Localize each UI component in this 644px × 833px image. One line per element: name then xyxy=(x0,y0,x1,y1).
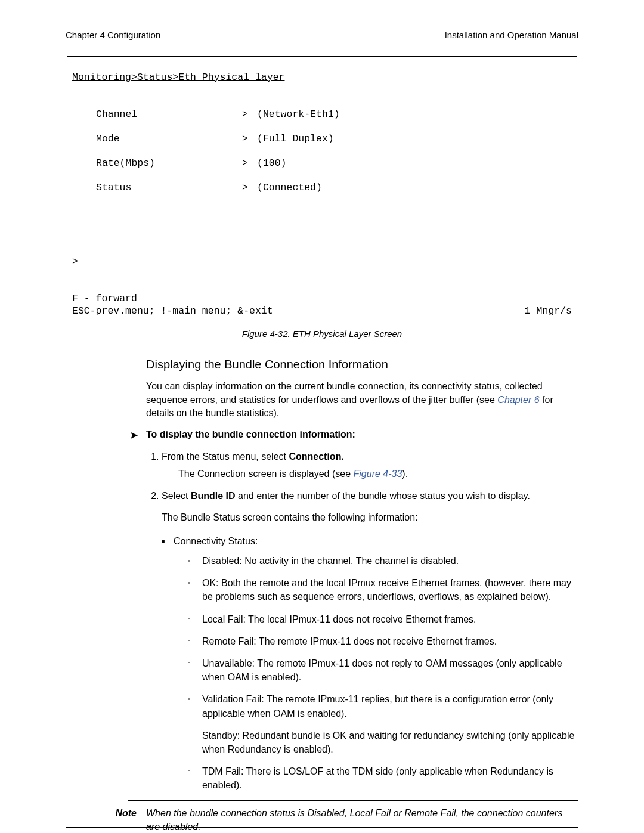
terminal-label: Channel xyxy=(72,109,233,121)
terminal-prompt-marker: > xyxy=(72,256,78,267)
figure-4-33-link[interactable]: Figure 4-33 xyxy=(354,469,402,479)
list-item: TDM Fail: There is LOS/LOF at the TDM si… xyxy=(188,764,578,792)
connectivity-status-item: Connectivity Status: Disabled: No activi… xyxy=(162,534,578,792)
list-item: Validation Fail: The remote IPmux-11 rep… xyxy=(188,692,578,720)
list-item: Disabled: No activity in the channel. Th… xyxy=(188,554,578,568)
terminal-row: Status>(Connected) xyxy=(72,182,572,194)
step-1-pre: From the Status menu, select xyxy=(162,451,289,462)
terminal-value: (Network-Eth1) xyxy=(257,109,340,121)
terminal-arrow: > xyxy=(233,157,257,170)
step-1-sub-pre: The Connection screen is displayed (see xyxy=(178,469,354,479)
step-1: From the Status menu, select Connection.… xyxy=(162,450,578,481)
terminal-mngr-rate: 1 Mngr/s xyxy=(525,305,572,318)
list-item: OK: Both the remote and the local IPmux … xyxy=(188,576,578,603)
terminal-screen: Monitoring>Status>Eth Physical layer Cha… xyxy=(66,55,578,321)
terminal-arrow: > xyxy=(233,182,257,194)
arrow-right-icon: ➤ xyxy=(129,429,146,442)
connectivity-status-label: Connectivity Status: xyxy=(174,536,258,546)
terminal-row: Mode>(Full Duplex) xyxy=(72,133,572,145)
running-header: Chapter 4 Configuration Installation and… xyxy=(66,30,578,44)
list-item: Unavailable: The remote IPmux-11 does no… xyxy=(188,657,578,684)
header-chapter: Chapter 4 Configuration xyxy=(66,30,160,40)
terminal-settings-table: Channel>(Network-Eth1) Mode>(Full Duplex… xyxy=(72,96,572,207)
terminal-value: (Full Duplex) xyxy=(257,133,334,145)
procedure-title: To display the bundle connection informa… xyxy=(146,429,355,440)
terminal-forward-hint: F - forward xyxy=(72,293,137,304)
step-2-post: and enter the number of the bundle whose… xyxy=(236,491,530,501)
step-2-field: Bundle ID xyxy=(191,491,236,501)
list-item: Local Fail: The local IPmux-11 does not … xyxy=(188,612,578,626)
intro-paragraph: You can display information on the curre… xyxy=(146,380,578,420)
info-line: The Bundle Status screen contains the fo… xyxy=(162,511,578,524)
connectivity-status-sublist: Disabled: No activity in the channel. Th… xyxy=(174,554,578,792)
terminal-row: Rate(Mbps)>(100) xyxy=(72,157,572,170)
terminal-value: (100) xyxy=(257,157,287,170)
terminal-arrow: > xyxy=(233,109,257,121)
terminal-breadcrumb: Monitoring>Status>Eth Physical layer xyxy=(72,72,284,83)
intro-text-pre: You can display information on the curre… xyxy=(146,381,543,404)
figure-caption: Figure 4-32. ETH Physical Layer Screen xyxy=(66,329,578,339)
list-item: Standby: Redundant bundle is OK and wait… xyxy=(188,729,578,756)
terminal-value: (Connected) xyxy=(257,182,322,194)
page-footer: 4-30 Additional Tasks IPmux-11 Ver. 2.00 xyxy=(66,827,578,833)
step-1-menu-item: Connection. xyxy=(289,451,343,462)
chapter-6-link[interactable]: Chapter 6 xyxy=(497,395,539,405)
terminal-label: Mode xyxy=(72,133,233,145)
terminal-arrow: > xyxy=(233,133,257,145)
terminal-row: Channel>(Network-Eth1) xyxy=(72,109,572,121)
procedure-steps: From the Status menu, select Connection.… xyxy=(146,450,578,503)
list-item: Remote Fail: The remote IPmux-11 does no… xyxy=(188,634,578,648)
terminal-nav-hint: ESC-prev.menu; !-main menu; &-exit xyxy=(72,305,273,318)
step-2-pre: Select xyxy=(162,491,191,501)
header-manual-title: Installation and Operation Manual xyxy=(445,30,578,40)
info-bullet-list: Connectivity Status: Disabled: No activi… xyxy=(146,534,578,792)
terminal-label: Rate(Mbps) xyxy=(72,157,233,170)
step-1-result: The Connection screen is displayed (see … xyxy=(178,467,578,481)
terminal-footer: ESC-prev.menu; !-main menu; &-exit1 Mngr… xyxy=(72,305,572,318)
section-heading: Displaying the Bundle Connection Informa… xyxy=(146,358,578,371)
step-1-sub-post: ). xyxy=(402,469,408,479)
terminal-label: Status xyxy=(72,182,233,194)
step-2: Select Bundle ID and enter the number of… xyxy=(162,489,578,503)
note-label: Note xyxy=(98,807,146,820)
procedure-heading: ➤ To display the bundle connection infor… xyxy=(129,429,578,442)
